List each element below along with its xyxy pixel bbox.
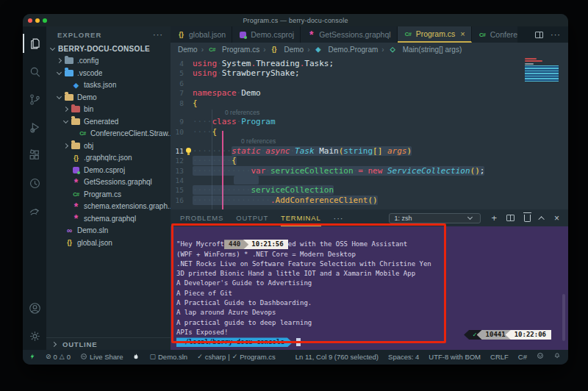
- tree-item-bin[interactable]: bin: [46, 104, 171, 116]
- tab-getsessions-graphql[interactable]: *GetSessions.graphql: [301, 26, 397, 43]
- tab-label: Demo.csproj: [251, 30, 294, 39]
- tree-item-berry-docu-console[interactable]: BERRY-DOCU-CONSOLE: [46, 43, 171, 55]
- split-editor-icon[interactable]: [535, 32, 543, 38]
- terminal[interactable]: 44010:21:56 "Hey Mycroft": Getting Start…: [171, 226, 568, 350]
- tree-item-schema-extensions-graph-[interactable]: *schema.extensions.graph...: [46, 201, 171, 213]
- extensions-icon[interactable]: [23, 141, 46, 169]
- error-count: 0: [54, 353, 57, 361]
- timestamp-badge: 10:21:56: [243, 240, 287, 249]
- solution-indicator[interactable]: ▢ Demo.sln: [149, 353, 187, 361]
- notifications-bell-icon[interactable]: [553, 352, 561, 361]
- tree-item-schema-graphql[interactable]: *schema.graphql: [46, 212, 171, 225]
- code-line-4[interactable]: 4using·System.Threading.Tasks;: [171, 59, 568, 68]
- code-line-7[interactable]: 7namespace·Demo: [171, 88, 568, 98]
- terminal-scrollbar[interactable]: [562, 294, 565, 341]
- maximize-panel-icon[interactable]: [538, 216, 544, 222]
- csharp-icon: C#: [478, 32, 487, 38]
- settings-icon[interactable]: [23, 322, 46, 350]
- run-debug-icon[interactable]: [23, 113, 46, 141]
- code-line-11[interactable]: 11········static·async·Task·Main(string[…: [171, 146, 568, 156]
- tree-item--vscode[interactable]: .vscode: [46, 67, 171, 79]
- code-line-14[interactable]: 14: [171, 176, 568, 185]
- terminal-output-line: A Practical Guide to Dashboarding.: [176, 298, 568, 308]
- breadcrumb-item[interactable]: ◇Main(string[] args): [388, 46, 462, 54]
- flame-icon[interactable]: [132, 353, 140, 360]
- folder-icon: [65, 94, 74, 101]
- shell-dropdown[interactable]: 1: zsh: [389, 213, 481, 223]
- editor-tab-bar: {}global.jsonDemo.csproj*GetSessions.gra…: [171, 26, 568, 43]
- split-terminal-icon[interactable]: [506, 215, 514, 221]
- code-line-12[interactable]: 12········{: [171, 156, 568, 165]
- panel-tab-terminal[interactable]: TERMINAL: [281, 209, 320, 226]
- breadcrumb-item[interactable]: Demo: [178, 46, 198, 54]
- tree-item-getsessions-graphql[interactable]: *GetSessions.graphql: [46, 176, 171, 189]
- tree-item-program-cs[interactable]: C#Program.cs: [46, 188, 171, 201]
- new-terminal-icon[interactable]: +: [491, 215, 497, 222]
- breadcrumb-label: Demo.Program: [329, 46, 379, 54]
- tree-item-generated[interactable]: Generated: [46, 115, 171, 128]
- line-number: 11: [171, 146, 184, 156]
- tree-item-obj[interactable]: obj: [46, 140, 171, 152]
- live-share-icon[interactable]: [23, 197, 46, 225]
- indentation-setting[interactable]: Spaces: 4: [388, 353, 419, 361]
- folder-bin-icon: [71, 106, 80, 112]
- panel-tab-problems[interactable]: PROBLEMS: [180, 209, 223, 226]
- explorer-more-icon[interactable]: ···: [153, 30, 163, 39]
- tree-item--graphqlrc-json[interactable]: {}.graphqlrc.json: [46, 152, 171, 165]
- code-line-10[interactable]: 10····{: [171, 127, 568, 137]
- outline-section[interactable]: OUTLINE: [46, 337, 171, 350]
- close-panel-icon[interactable]: ×: [554, 213, 559, 223]
- live-share-button[interactable]: Live Share: [80, 353, 123, 361]
- code-line-6[interactable]: 6: [171, 79, 568, 88]
- warning-icon: △: [60, 353, 65, 360]
- eol-setting[interactable]: CRLF: [490, 353, 509, 361]
- more-actions-icon[interactable]: ···: [551, 30, 561, 39]
- code-editor[interactable]: 4using·System.Threading.Tasks;5using·Str…: [171, 56, 568, 209]
- lightbulb-icon[interactable]: [186, 148, 191, 153]
- codelens[interactable]: 0 references: [171, 137, 568, 146]
- tab-global-json[interactable]: {}global.json: [171, 26, 232, 43]
- code-line-5[interactable]: 5using·StrawberryShake;: [171, 68, 568, 78]
- tree-item-conferenceclient-straw-[interactable]: C#ConferenceClient.Straw...: [46, 128, 171, 140]
- panel-tab-output[interactable]: OUTPUT: [236, 209, 268, 226]
- csproj-icon: [240, 32, 246, 38]
- cursor-position[interactable]: Ln 11, Col 9 (760 selected): [295, 353, 379, 361]
- close-tab-icon[interactable]: ×: [460, 29, 465, 38]
- explorer-icon[interactable]: [23, 29, 46, 57]
- codelens[interactable]: 0 references: [171, 108, 568, 118]
- search-icon[interactable]: [23, 57, 46, 85]
- problems-indicator[interactable]: ⊘ 0 △ 0: [46, 353, 71, 361]
- code-line-16[interactable]: 16················.AddConferenceClient(): [171, 196, 568, 205]
- panel-more-icon[interactable]: ···: [334, 214, 344, 223]
- tree-item-global-json[interactable]: {}global.json: [46, 237, 171, 249]
- kill-terminal-icon[interactable]: [524, 215, 531, 222]
- graphql-icon: *: [71, 215, 81, 221]
- encoding-setting[interactable]: UTF-8 with BOM: [429, 353, 481, 361]
- source-control-icon[interactable]: [23, 85, 46, 113]
- tree-item-tasks-json[interactable]: ◆tasks.json: [46, 79, 171, 92]
- tree-item-label: obj: [84, 142, 93, 150]
- breadcrumb-item[interactable]: ◈Demo.Program: [314, 46, 379, 54]
- feedback-icon[interactable]: [537, 352, 544, 361]
- account-icon[interactable]: [23, 294, 46, 322]
- clock-icon[interactable]: [23, 169, 46, 197]
- language-mode[interactable]: C#: [518, 353, 527, 361]
- tree-item--config[interactable]: .config: [46, 55, 171, 68]
- line-number: 8: [171, 98, 184, 108]
- breadcrumb-item[interactable]: C#Program.cs: [207, 46, 259, 54]
- code-line-13[interactable]: 13············var·serviceCollection·=·ne…: [171, 166, 568, 176]
- tree-item-demo[interactable]: Demo: [46, 91, 171, 104]
- tree-item-demo-csproj[interactable]: Demo.csproj: [46, 164, 171, 176]
- breadcrumb-item[interactable]: {}Demo: [270, 46, 304, 54]
- remote-indicator[interactable]: [29, 353, 36, 360]
- code-line-8[interactable]: 8{: [171, 98, 568, 108]
- language-status[interactable]: ✓ csharp | ✓ Program.cs: [197, 353, 276, 361]
- terminal-prompt-header: 44010:21:56: [176, 230, 568, 240]
- tab-conferer[interactable]: C#Conferer: [472, 26, 517, 43]
- minimap[interactable]: [525, 57, 560, 84]
- tree-item-demo-sln[interactable]: ∞Demo.sln: [46, 225, 171, 237]
- code-line-9[interactable]: 9····class·Program: [171, 117, 568, 126]
- code-line-15[interactable]: 15············serviceCollection: [171, 185, 568, 195]
- tab-program-cs[interactable]: C#Program.cs×: [398, 26, 472, 43]
- tab-demo-csproj[interactable]: Demo.csproj: [232, 26, 301, 43]
